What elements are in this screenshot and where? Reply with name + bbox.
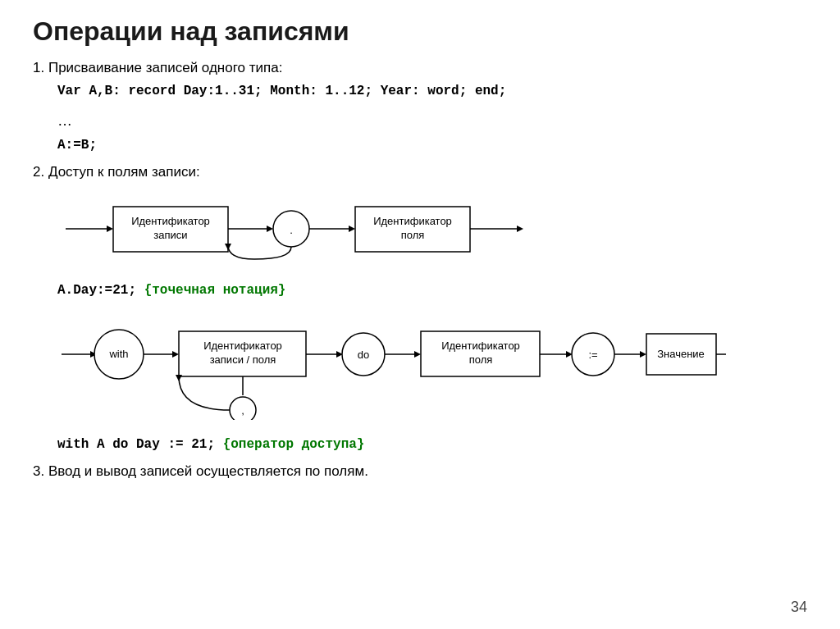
diagram-dot-notation: Идентификатор записи . Идентификатор пол… xyxy=(57,192,807,269)
var-declaration: Var A,B: record Day:1..31; Month: 1..12;… xyxy=(57,81,807,103)
svg-marker-10 xyxy=(349,226,355,232)
svg-text:Значение: Значение xyxy=(657,348,705,360)
svg-marker-29 xyxy=(176,375,182,381)
svg-marker-1 xyxy=(107,226,113,232)
svg-text:поля: поля xyxy=(469,353,493,366)
svg-text:Идентификатор: Идентификатор xyxy=(373,215,452,227)
section-1: 1. Присваивание записей одного типа: Var… xyxy=(33,60,807,156)
svg-marker-22 xyxy=(172,351,179,358)
ellipsis: … xyxy=(57,106,807,135)
svg-marker-44 xyxy=(640,351,646,358)
section-2-title: 2. Доступ к полям записи: xyxy=(33,164,807,180)
svg-text:записи: записи xyxy=(153,229,187,241)
svg-text:Идентификатор: Идентификатор xyxy=(441,340,520,352)
page-number: 34 xyxy=(791,599,807,616)
svg-text:do: do xyxy=(358,349,369,361)
svg-text:записи / поля: записи / поля xyxy=(210,353,276,366)
assign-statement: A:=B; xyxy=(57,135,807,157)
with-notation-code: with A do Day := 21; {оператор доступа} xyxy=(57,435,807,456)
svg-marker-35 xyxy=(414,351,421,358)
section-3: 3. Ввод и вывод записей осуществляется п… xyxy=(33,463,807,480)
svg-text::=: := xyxy=(588,349,597,361)
svg-text:поля: поля xyxy=(401,229,425,241)
dot-notation-code: A.Day:=21; {точечная нотация} xyxy=(57,280,807,302)
diagram2-svg: with Идентификатор записи / поля , do xyxy=(57,313,730,420)
svg-text:Идентификатор: Идентификатор xyxy=(131,215,210,227)
section-1-title: 1. Присваивание записей одного типа: xyxy=(33,60,807,76)
svg-text:.: . xyxy=(290,224,293,236)
svg-text:Идентификатор: Идентификатор xyxy=(203,340,282,352)
svg-marker-6 xyxy=(267,226,273,232)
svg-text:,: , xyxy=(241,404,244,417)
svg-marker-15 xyxy=(517,226,523,232)
page-title: Операции над записями xyxy=(33,16,807,47)
svg-text:with: with xyxy=(108,348,128,360)
section-3-title: 3. Ввод и вывод записей осуществляется п… xyxy=(33,463,807,480)
diagram1-svg: Идентификатор записи . Идентификатор пол… xyxy=(57,192,566,266)
diagram-with-statement: with Идентификатор записи / поля , do xyxy=(57,313,807,423)
section-2: 2. Доступ к полям записи: Идентификатор … xyxy=(33,164,807,455)
